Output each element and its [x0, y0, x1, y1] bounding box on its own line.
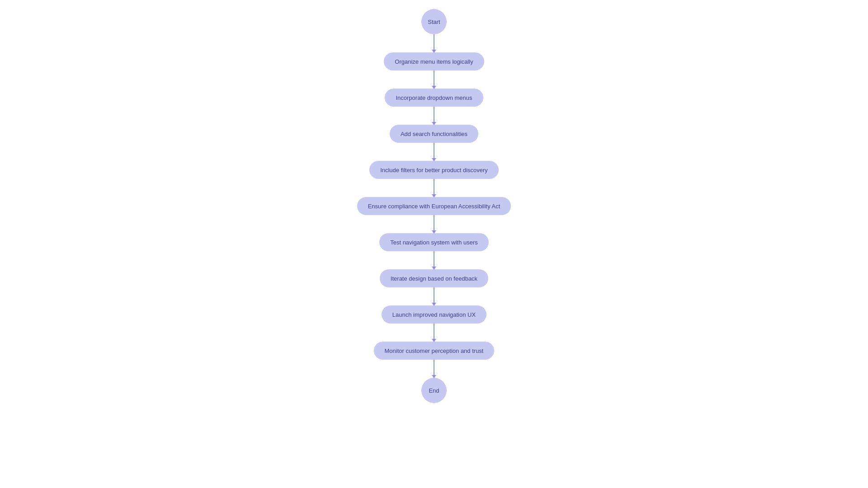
step2-node: Incorporate dropdown menus	[385, 89, 483, 107]
step9-node: Monitor customer perception and trust	[374, 342, 495, 360]
connector-1	[434, 70, 434, 89]
step1-node: Organize menu items logically	[384, 52, 484, 70]
flowchart: Start Organize menu items logically Inco…	[357, 0, 511, 403]
connector-4	[434, 179, 434, 197]
connector-3	[434, 143, 434, 161]
step4-node: Include filters for better product disco…	[369, 161, 499, 179]
connector-7	[434, 287, 434, 305]
step5-node: Ensure compliance with European Accessib…	[357, 197, 511, 215]
connector-9	[434, 360, 434, 378]
step6-node: Test navigation system with users	[379, 233, 489, 251]
end-node: End	[421, 378, 447, 403]
step7-node: Iterate design based on feedback	[380, 269, 488, 287]
connector-8	[434, 324, 434, 342]
connector-2	[434, 107, 434, 125]
connector-5	[434, 215, 434, 233]
connector-6	[434, 251, 434, 269]
connector-0	[434, 34, 434, 52]
start-node: Start	[421, 9, 447, 34]
step8-node: Launch improved navigation UX	[382, 305, 486, 324]
step3-node: Add search functionalities	[390, 125, 478, 143]
